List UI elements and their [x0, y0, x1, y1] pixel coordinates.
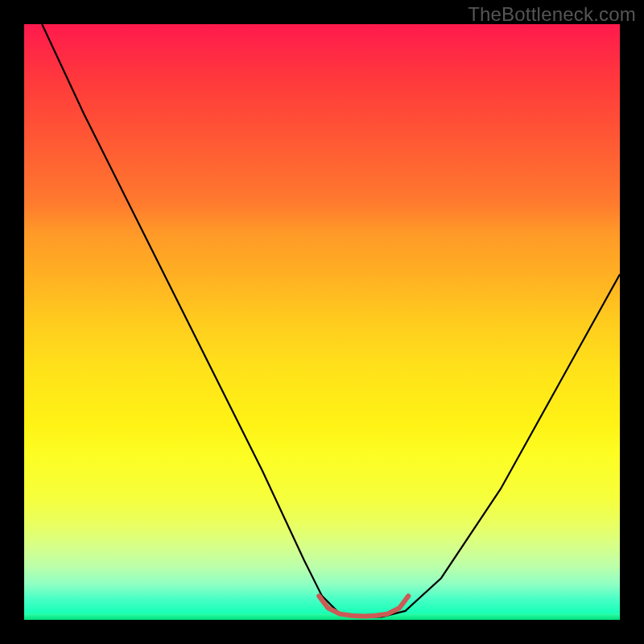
- curve-path: [42, 24, 620, 617]
- watermark-text: TheBottleneck.com: [468, 3, 636, 26]
- bottleneck-curve: [24, 24, 620, 620]
- plot-area: [24, 24, 620, 620]
- chart-frame: TheBottleneck.com: [0, 0, 644, 644]
